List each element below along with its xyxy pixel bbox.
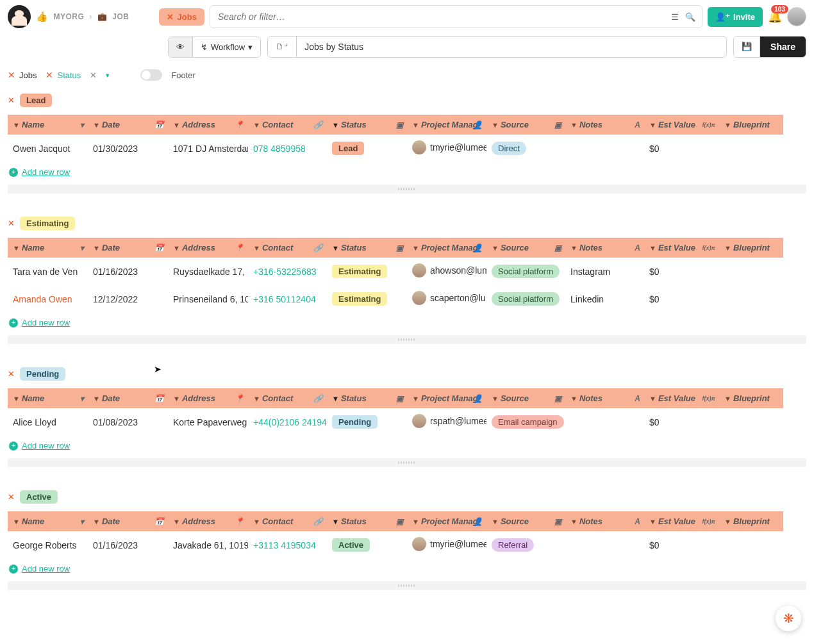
table-row[interactable]: Owen Jacquot 01/30/2023 1071 DJ Amsterda… [8,135,783,162]
cell-pm[interactable]: tmyrie@lumee [407,531,486,559]
col-contact[interactable]: ▼Contact🔗 [248,238,327,258]
filter-status[interactable]: ✕Status [46,70,81,80]
col-est[interactable]: ▼Est Valuef(x)π [644,388,719,408]
cell-contact[interactable]: +44(0)2106 24194 [248,408,327,436]
col-pm[interactable]: ▼Project Manag👤 [407,115,486,135]
page-icon[interactable]: 🗋⁺ [268,37,297,57]
cell-contact[interactable]: +316 50112404 [248,285,327,313]
col-notes[interactable]: ▼NotesA [565,511,644,531]
cell-source[interactable]: Email campaign [486,408,565,436]
cell-source[interactable]: Social platform [486,258,565,285]
workflow-button[interactable]: ↯ Workflow ▾ [193,37,260,57]
cell-status[interactable]: Active [327,531,407,559]
cell-blueprint[interactable] [719,285,783,313]
invite-button[interactable]: 👤⁺ + InviteInvite [708,7,763,27]
save-button[interactable]: 💾 [734,37,760,57]
col-blueprint[interactable]: ▼Blueprint [719,238,783,258]
share-button[interactable]: Share [760,37,806,57]
col-pm[interactable]: ▼Project Manag👤 [407,388,486,408]
cell-address[interactable]: Javakade 61, 1019 [168,531,248,559]
cell-name[interactable]: George Roberts [8,531,88,559]
col-name[interactable]: ▼Name▾ [8,511,88,531]
col-source[interactable]: ▼Source▣ [486,115,565,135]
col-pm[interactable]: ▼Project Manag👤 [407,511,486,531]
cell-est[interactable]: $0 [644,135,719,162]
cell-blueprint[interactable] [719,408,783,436]
cell-pm[interactable]: ahowson@lum [407,258,486,285]
cell-pm[interactable]: scaperton@lu [407,285,486,313]
cell-date[interactable]: 01/30/2023 [88,135,168,162]
cell-source[interactable]: Social platform [486,285,565,313]
group-resize-handle[interactable] [8,185,806,194]
cell-address[interactable]: Prinseneiland 6, 10 [168,285,248,313]
col-status[interactable]: ▼Status▣ [327,511,407,531]
cell-name[interactable]: Alice Lloyd [8,408,88,436]
col-blueprint[interactable]: ▼Blueprint [719,511,783,531]
col-status[interactable]: ▼Status▣ [327,115,407,135]
cell-notes[interactable]: Instagram [565,258,644,285]
col-date[interactable]: ▼Date📅 [88,115,168,135]
cell-pm[interactable]: rspath@lumee [407,408,486,436]
add-row-button[interactable]: + Add new row [0,436,79,456]
table-row[interactable]: Alice Lloyd 01/08/2023 Korte Papaverweg … [8,408,783,436]
cell-contact[interactable]: 078 4859958 [248,135,327,162]
user-avatar[interactable] [787,7,806,26]
group-header[interactable]: ✕ Active [0,486,65,508]
search-icon[interactable]: 🔍 [685,12,695,22]
group-header[interactable]: ✕ Estimating [0,213,83,234]
col-name[interactable]: ▼Name▾ [8,115,88,135]
cell-name[interactable]: Amanda Owen [8,285,88,313]
col-est[interactable]: ▼Est Valuef(x)π [644,511,719,531]
cell-address[interactable]: Ruysdaelkade 17, 1 [168,258,248,285]
col-contact[interactable]: ▼Contact🔗 [248,388,327,408]
col-contact[interactable]: ▼Contact🔗 [248,511,327,531]
search-input[interactable] [210,6,665,28]
breadcrumb-page[interactable]: JOB [112,12,129,21]
cell-date[interactable]: 01/16/2023 [88,258,168,285]
table-row[interactable]: Tara van de Ven 01/16/2023 Ruysdaelkade … [8,258,783,285]
filter-jobs[interactable]: ✕Jobs [8,70,37,80]
group-resize-handle[interactable] [8,335,806,344]
cell-date[interactable]: 01/08/2023 [88,408,168,436]
cell-notes[interactable]: Linkedin [565,285,644,313]
col-contact[interactable]: ▼Contact🔗 [248,115,327,135]
table-row[interactable]: George Roberts 01/16/2023 Javakade 61, 1… [8,531,783,559]
col-address[interactable]: ▼Address📍 [168,511,248,531]
eye-button[interactable]: 👁 [169,37,193,57]
cell-name[interactable]: Tara van de Ven [8,258,88,285]
cell-blueprint[interactable] [719,135,783,162]
col-address[interactable]: ▼Address📍 [168,388,248,408]
cell-status[interactable]: Pending [327,408,407,436]
cell-blueprint[interactable] [719,531,783,559]
cell-name[interactable]: Owen Jacquot [8,135,88,162]
col-address[interactable]: ▼Address📍 [168,238,248,258]
col-pm[interactable]: ▼Project Manag👤 [407,238,486,258]
view-title[interactable]: Jobs by Status [297,37,726,57]
filter-chevron-down-icon[interactable]: ▾ [106,71,110,79]
col-source[interactable]: ▼Source▣ [486,238,565,258]
app-logo[interactable] [8,5,31,28]
cell-est[interactable]: $0 [644,258,719,285]
add-row-link[interactable]: Add new row [22,564,70,574]
col-notes[interactable]: ▼NotesA [565,238,644,258]
col-status[interactable]: ▼Status▣ [327,388,407,408]
col-blueprint[interactable]: ▼Blueprint [719,115,783,135]
add-row-link[interactable]: Add new row [22,441,70,450]
col-name[interactable]: ▼Name▾ [8,238,88,258]
group-resize-handle[interactable] [8,458,806,467]
breadcrumb-org[interactable]: MYORG [54,12,85,21]
cell-status[interactable]: Estimating [327,258,407,285]
col-notes[interactable]: ▼NotesA [565,115,644,135]
cell-est[interactable]: $0 [644,531,719,559]
cell-date[interactable]: 12/12/2022 [88,285,168,313]
cell-source[interactable]: Referral [486,531,565,559]
add-row-button[interactable]: + Add new row [0,559,79,579]
col-name[interactable]: ▼Name▾ [8,388,88,408]
col-est[interactable]: ▼Est Valuef(x)π [644,115,719,135]
col-date[interactable]: ▼Date📅 [88,511,168,531]
col-notes[interactable]: ▼NotesA [565,388,644,408]
cell-date[interactable]: 01/16/2023 [88,531,168,559]
list-icon[interactable]: ☰ [671,12,679,22]
group-header[interactable]: ✕ Pending [0,363,73,384]
group-header[interactable]: ✕ Lead [0,90,60,111]
